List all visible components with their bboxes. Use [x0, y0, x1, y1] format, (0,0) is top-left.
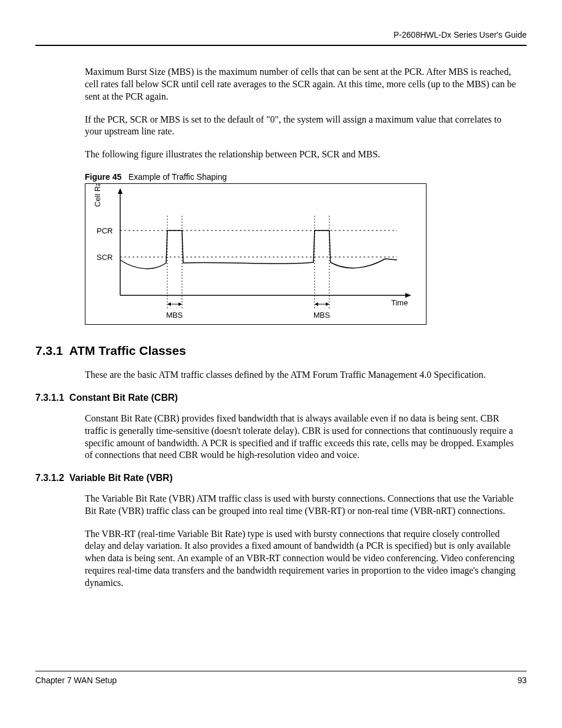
- svg-marker-4: [405, 293, 411, 298]
- svg-marker-11: [178, 302, 182, 306]
- svg-marker-2: [118, 188, 123, 194]
- heading-title: Variable Bit Rate (VBR): [70, 473, 173, 483]
- figure-caption-text: Example of Traffic Shaping: [128, 172, 227, 182]
- heading-7-3-1-2: 7.3.1.2 Variable Bit Rate (VBR): [35, 472, 527, 485]
- paragraph-figure-lead: The following figure illustrates the rel…: [85, 149, 521, 161]
- heading-7-3-1: 7.3.1 ATM Traffic Classes: [35, 342, 527, 358]
- chart-scr-label: SCR: [97, 253, 113, 262]
- svg-marker-15: [315, 302, 318, 306]
- paragraph-vbr-1: The Variable Bit Rate (VBR) ATM traffic …: [85, 493, 521, 518]
- heading-number: 7.3.1.1: [35, 393, 64, 403]
- header-doc-title: P-2608HWL-Dx Series User's Guide: [35, 29, 527, 40]
- svg-marker-10: [167, 302, 171, 306]
- header-rule: [35, 45, 527, 46]
- heading-7-3-1-1: 7.3.1.1 Constant Bit Rate (CBR): [35, 392, 527, 404]
- footer-chapter: Chapter 7 WAN Setup: [35, 675, 117, 686]
- footer-page-number: 93: [517, 675, 527, 686]
- chart-pcr-label: PCR: [97, 226, 113, 235]
- svg-rect-0: [85, 184, 427, 325]
- figure-caption: Figure 45 Example of Traffic Shaping: [85, 172, 527, 182]
- heading-number: 7.3.1: [35, 344, 63, 357]
- svg-marker-16: [326, 302, 329, 306]
- figure-traffic-shaping: Cell Rate PCR SCR MBS MBS Time: [85, 183, 527, 325]
- paragraph-atm-classes: These are the basic ATM traffic classes …: [85, 369, 521, 381]
- paragraph-cbr: Constant Bit Rate (CBR) provides fixed b…: [85, 413, 521, 462]
- heading-title: Constant Bit Rate (CBR): [70, 393, 178, 403]
- chart-ylabel: Cell Rate: [93, 183, 102, 207]
- heading-title: ATM Traffic Classes: [70, 344, 186, 357]
- paragraph-default-zero: If the PCR, SCR or MBS is set to the def…: [85, 114, 521, 139]
- chart-xlabel: Time: [391, 298, 408, 307]
- paragraph-mbs: Maximum Burst Size (MBS) is the maximum …: [85, 66, 521, 103]
- paragraph-vbr-2: The VBR-RT (real-time Variable Bit Rate)…: [85, 528, 521, 589]
- footer-rule: [35, 671, 527, 671]
- chart-mbs2-label: MBS: [313, 311, 330, 319]
- heading-number: 7.3.1.2: [35, 473, 64, 483]
- figure-label: Figure 45: [85, 172, 121, 182]
- chart-mbs1-label: MBS: [166, 311, 183, 319]
